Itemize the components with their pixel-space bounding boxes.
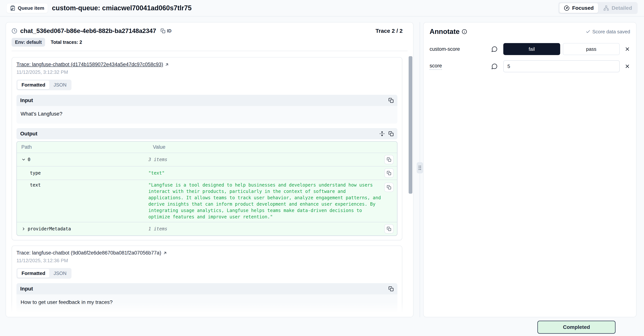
path-column-header: Path [21, 144, 153, 150]
external-link-icon [163, 251, 167, 255]
row-path: 0 [28, 156, 30, 163]
top-bar: Queue item custom-queue: cmiacwel70041ad… [0, 0, 644, 17]
trace-timestamp-1: 11/12/2025, 3:12:32 PM [16, 69, 398, 75]
completed-button[interactable]: Completed [537, 321, 616, 334]
expand-output-button-1[interactable] [380, 131, 385, 136]
tab-formatted-1[interactable]: Formatted [18, 81, 50, 89]
chevron-right-icon[interactable] [21, 227, 26, 231]
format-tabs-2: Formatted JSON [16, 268, 72, 279]
env-badge: Env: default [12, 38, 45, 47]
comment-icon[interactable] [491, 46, 503, 52]
output-label-1: Output [20, 131, 38, 137]
total-traces-label: Total traces: 2 [51, 40, 82, 45]
network-icon [604, 5, 609, 11]
output-table-1: Path Value 0 3 items typ [16, 141, 398, 236]
info-icon[interactable] [462, 29, 467, 34]
tab-json-2[interactable]: JSON [50, 269, 70, 278]
chevron-down-icon[interactable] [21, 157, 26, 162]
check-icon [586, 29, 590, 34]
output-header-2: Output [16, 316, 398, 317]
tab-json-1[interactable]: JSON [50, 81, 70, 89]
trace-link-2-label: Trace: langfuse-chatbot (9d0a6f2e6de8670… [16, 250, 161, 256]
table-row[interactable]: 0 3 items [17, 153, 397, 167]
page-title: custom-queue: cmiacwel70041ad060s7tlr75 [52, 4, 192, 12]
save-status: Score data saved [586, 29, 630, 35]
id-label: ID [167, 28, 172, 34]
input-label-2: Input [20, 286, 33, 292]
score-name-label: score [430, 63, 442, 70]
clipboard-pen-icon [10, 5, 16, 11]
value-column-header: Value [153, 144, 392, 150]
row-path: text [21, 182, 148, 188]
detailed-view-button[interactable]: Detailed [599, 3, 636, 13]
vertical-scrollbar[interactable] [409, 56, 412, 194]
table-row[interactable]: type "text" [17, 167, 397, 180]
copy-icon [160, 29, 166, 33]
trace-link-2[interactable]: Trace: langfuse-chatbot (9d0a6f2e6de8670… [16, 250, 167, 256]
trace-card-2: Trace: langfuse-chatbot (9d0a6f2e6de8670… [12, 245, 402, 317]
categorical-options: fail pass [503, 43, 620, 55]
item-header: chat_536ed067-b86e-4eb6-882b-ba27148a234… [6, 23, 413, 51]
annotate-panel: Annotate Score data saved custom-score f… [423, 22, 636, 317]
table-row[interactable]: text "Langfuse is a tool designed to hel… [17, 180, 397, 222]
grip-dots-icon [418, 165, 421, 170]
trace-link-1-label: Trace: langfuse-chatbot (d174b1589072e43… [16, 62, 163, 67]
copy-row-button[interactable] [384, 155, 394, 164]
copy-row-button[interactable] [384, 224, 394, 234]
input-section-1: Input What's Langfuse? [16, 95, 398, 124]
save-status-label: Score data saved [592, 29, 630, 35]
input-value-2: How to get user feedback in my traces? [16, 294, 398, 312]
row-value: 1 items [148, 226, 381, 232]
clear-score-icon[interactable] [624, 46, 630, 52]
copy-row-button[interactable] [384, 168, 394, 178]
item-title: chat_536ed067-b86e-4eb6-882b-ba27148a234… [20, 27, 156, 35]
score-value-input[interactable] [503, 60, 620, 72]
input-value-1: What's Langfuse? [16, 106, 398, 124]
copy-row-button[interactable] [384, 183, 394, 192]
clear-score-icon[interactable] [624, 64, 630, 69]
score-row-custom-score: custom-score fail pass [430, 43, 630, 55]
view-toggle: Focused Detailed [558, 2, 638, 14]
format-tabs-1: Formatted JSON [16, 80, 72, 90]
gauge-icon [564, 5, 570, 11]
copy-input-button-1[interactable] [388, 98, 394, 103]
detailed-view-label: Detailed [612, 5, 632, 11]
trace-card-1: Trace: langfuse-chatbot (d174b1589072e43… [12, 57, 402, 240]
row-value: "text" [148, 170, 381, 176]
traces-scroll-area[interactable]: Trace: langfuse-chatbot (d174b1589072e43… [6, 51, 413, 317]
score-name-label: custom-score [430, 46, 491, 52]
trace-counter: Trace 2 / 2 [376, 28, 408, 34]
option-fail-button[interactable]: fail [503, 43, 560, 55]
trace-timestamp-2: 11/12/2025, 3:12:36 PM [16, 258, 398, 263]
tab-formatted-2[interactable]: Formatted [18, 269, 50, 278]
queue-item-badge-label: Queue item [18, 5, 44, 11]
input-label-1: Input [20, 97, 33, 103]
score-row-score: score [430, 60, 630, 72]
output-header-1: Output [16, 128, 398, 139]
clock-icon [12, 28, 17, 34]
focused-view-button[interactable]: Focused [560, 3, 598, 13]
queue-item-badge: Queue item [6, 3, 48, 13]
table-header-row: Path Value [17, 142, 397, 153]
focused-view-label: Focused [572, 5, 594, 11]
annotate-title: Annotate [430, 28, 460, 36]
queue-item-panel: chat_536ed067-b86e-4eb6-882b-ba27148a234… [6, 22, 414, 317]
row-value: 3 items [148, 156, 381, 163]
option-pass-button[interactable]: pass [563, 43, 620, 55]
row-path: providerMetadata [28, 226, 71, 232]
external-link-icon [165, 62, 169, 67]
copy-output-button-1[interactable] [388, 131, 394, 136]
copy-id-button[interactable]: ID [160, 28, 172, 34]
input-section-2: Input How to get user feedback in my tra… [16, 283, 398, 312]
panel-resize-handle[interactable] [417, 162, 423, 173]
comment-icon[interactable] [491, 63, 503, 70]
row-path: type [21, 170, 148, 176]
table-row[interactable]: providerMetadata 1 items [17, 222, 397, 235]
trace-link-1[interactable]: Trace: langfuse-chatbot (d174b1589072e43… [16, 62, 169, 67]
copy-input-button-2[interactable] [388, 286, 394, 291]
row-value: "Langfuse is a tool designed to help bus… [148, 182, 381, 220]
